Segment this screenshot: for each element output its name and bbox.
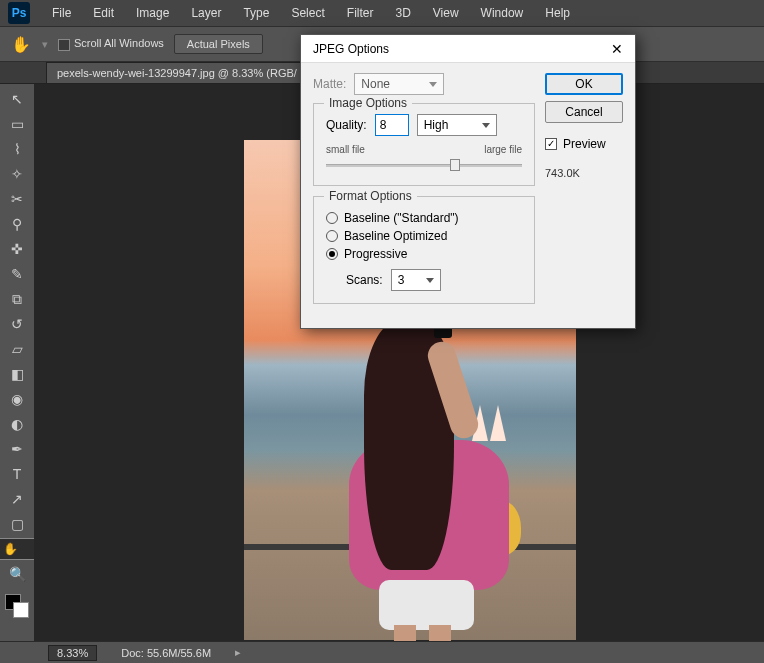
menu-type[interactable]: Type (233, 2, 279, 24)
close-icon[interactable]: ✕ (607, 39, 627, 59)
large-file-label: large file (484, 144, 522, 155)
progressive-radio[interactable]: Progressive (326, 247, 522, 261)
move-tool-icon[interactable]: ↖ (5, 88, 29, 110)
pen-tool-icon[interactable]: ✒ (5, 438, 29, 460)
cancel-button[interactable]: Cancel (545, 101, 623, 123)
matte-value: None (361, 77, 390, 91)
heal-tool-icon[interactable]: ✜ (5, 238, 29, 260)
shape-tool-icon[interactable]: ▢ (5, 513, 29, 535)
menu-image[interactable]: Image (126, 2, 179, 24)
app-menubar: Ps File Edit Image Layer Type Select Fil… (0, 0, 764, 26)
menu-layer[interactable]: Layer (181, 2, 231, 24)
jpeg-options-dialog: JPEG Options ✕ Matte: None Image Options… (300, 34, 636, 329)
scans-label: Scans: (346, 273, 383, 287)
baseline-standard-radio[interactable]: Baseline ("Standard") (326, 211, 522, 225)
dodge-tool-icon[interactable]: ◐ (5, 413, 29, 435)
eraser-tool-icon[interactable]: ▱ (5, 338, 29, 360)
hand-tool-icon[interactable]: ✋ (10, 33, 32, 55)
path-select-tool-icon[interactable]: ↗ (5, 488, 29, 510)
quality-preset-select[interactable]: High (417, 114, 497, 136)
ps-logo: Ps (8, 2, 30, 24)
filesize-label: 743.0K (545, 167, 623, 179)
format-options-legend: Format Options (324, 189, 417, 203)
crop-tool-icon[interactable]: ✂ (5, 188, 29, 210)
marquee-tool-icon[interactable]: ▭ (5, 113, 29, 135)
background-color[interactable] (13, 602, 29, 618)
zoom-tool-icon[interactable]: 🔍 (5, 563, 29, 585)
doc-size-label: Doc: 55.6M/55.6M (121, 647, 211, 659)
preview-checkbox[interactable]: Preview (545, 137, 623, 151)
quality-input[interactable] (375, 114, 409, 136)
person-shorts (379, 580, 474, 630)
quality-label: Quality: (326, 118, 367, 132)
image-options-group: Image Options Quality: High small file l… (313, 103, 535, 186)
image-options-legend: Image Options (324, 96, 412, 110)
history-brush-tool-icon[interactable]: ↺ (5, 313, 29, 335)
stamp-tool-icon[interactable]: ⧉ (5, 288, 29, 310)
actual-pixels-button[interactable]: Actual Pixels (174, 34, 263, 54)
type-tool-icon[interactable]: T (5, 463, 29, 485)
menu-filter[interactable]: Filter (337, 2, 384, 24)
dialog-titlebar[interactable]: JPEG Options ✕ (301, 35, 635, 63)
menu-window[interactable]: Window (471, 2, 534, 24)
brush-tool-icon[interactable]: ✎ (5, 263, 29, 285)
baseline-optimized-radio[interactable]: Baseline Optimized (326, 229, 522, 243)
document-tab[interactable]: pexels-wendy-wei-13299947.jpg @ 8.33% (R… (46, 62, 308, 83)
options-divider: ▾ (42, 38, 48, 51)
color-swatch[interactable] (5, 594, 29, 618)
eyedropper-tool-icon[interactable]: ⚲ (5, 213, 29, 235)
menu-select[interactable]: Select (281, 2, 334, 24)
status-bar: 8.33% Doc: 55.6M/55.6M ▸ (0, 641, 764, 663)
quality-slider[interactable] (326, 157, 522, 173)
format-options-group: Format Options Baseline ("Standard") Bas… (313, 196, 535, 304)
zoom-field[interactable]: 8.33% (48, 645, 97, 661)
quality-preset-value: High (424, 118, 449, 132)
scans-select[interactable]: 3 (391, 269, 441, 291)
menu-help[interactable]: Help (535, 2, 580, 24)
menu-file[interactable]: File (42, 2, 81, 24)
sailboat (490, 405, 506, 441)
menu-3d[interactable]: 3D (385, 2, 420, 24)
status-caret-icon[interactable]: ▸ (235, 646, 241, 659)
tool-panel: ↖ ▭ ⌇ ✧ ✂ ⚲ ✜ ✎ ⧉ ↺ ▱ ◧ ◉ ◐ ✒ T ↗ ▢ ✋ 🔍 (2, 84, 32, 618)
menu-edit[interactable]: Edit (83, 2, 124, 24)
matte-select: None (354, 73, 444, 95)
ok-button[interactable]: OK (545, 73, 623, 95)
scans-value: 3 (398, 273, 405, 287)
matte-label: Matte: (313, 77, 346, 91)
wand-tool-icon[interactable]: ✧ (5, 163, 29, 185)
dialog-title: JPEG Options (313, 42, 389, 56)
lasso-tool-icon[interactable]: ⌇ (5, 138, 29, 160)
small-file-label: small file (326, 144, 365, 155)
scroll-all-windows-checkbox[interactable]: Scroll All Windows (58, 37, 164, 50)
gradient-tool-icon[interactable]: ◧ (5, 363, 29, 385)
menu-view[interactable]: View (423, 2, 469, 24)
blur-tool-icon[interactable]: ◉ (5, 388, 29, 410)
